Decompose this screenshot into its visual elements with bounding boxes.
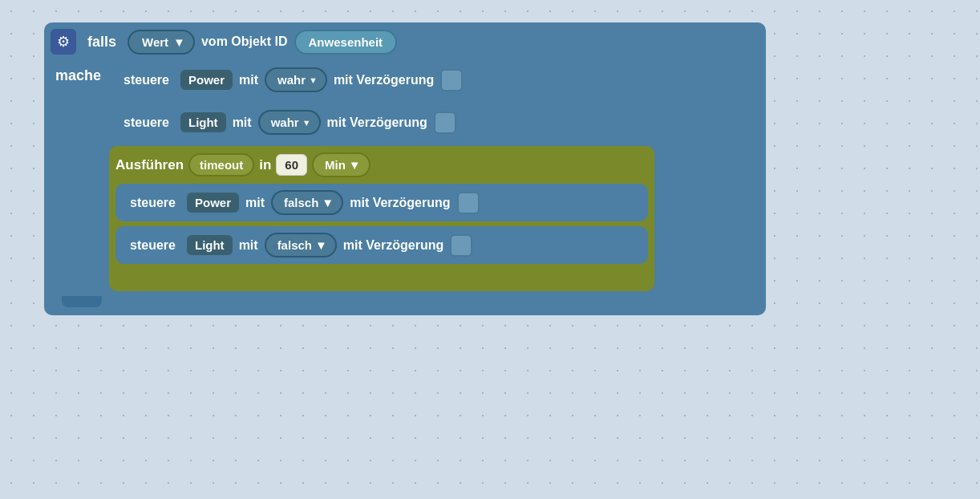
mit-verzogerung-4-label: mit Verzögerung [343,238,443,253]
mit-4-label: mit [239,238,258,253]
olive-footer [115,270,648,285]
falls-header: ⚙ falls Wert ▼ vom Objekt ID Anwesenheit [51,29,759,58]
wahr-2-dropdown[interactable]: wahr ▼ [258,110,321,135]
wahr-2-arrow-icon: ▼ [302,118,311,128]
light-1-pill: Light [180,112,226,132]
vom-label: vom Objekt ID [201,34,288,49]
mit-verzogerung-2-label: mit Verzögerung [327,116,427,130]
number-value: 60 [285,158,298,172]
wert-arrow-icon: ▼ [173,35,185,49]
falsch-1-value: falsch [284,196,318,209]
power-2-label: Power [195,196,231,209]
steuere-light-2-block: steuere Light mit falsch ▼ mit Verzögeru… [115,226,648,264]
mache-content: steuere Power mit wahr ▼ mit Verzögerung… [109,61,759,291]
gear-icon: ⚙ [51,29,76,55]
in-label: in [259,157,271,173]
mache-label: mache [51,66,106,86]
mache-section: mache steuere Power mit wahr ▼ mit Verzö… [51,61,759,291]
mit-verzogerung-3-label: mit Verzögerung [350,196,450,210]
falsch-2-dropdown[interactable]: falsch ▼ [265,233,337,258]
unit-value: Min [325,158,346,172]
ausfuhren-header: Ausführen timeout in 60 Min ▼ [115,152,648,177]
light-2-label: Light [195,238,225,252]
wahr-1-arrow-icon: ▼ [309,75,318,85]
wert-dropdown[interactable]: Wert ▼ [128,30,195,55]
steuere-4-label: steuere [125,237,180,254]
mache-label-col: mache [51,61,109,291]
mit-1-label: mit [239,73,258,87]
steuere-power-2-block: steuere Power mit falsch ▼ mit Verzögeru… [115,184,648,221]
falsch-1-dropdown[interactable]: falsch ▼ [271,190,343,215]
bottom-notch [62,296,102,307]
wahr-1-value: wahr [277,73,306,87]
wert-label: Wert [142,35,168,49]
steuere-1-label: steuere [119,71,174,89]
steuere-power-1-block: steuere Power mit wahr ▼ mit Verzögerung [109,61,759,99]
wahr-1-dropdown[interactable]: wahr ▼ [265,67,327,92]
steuere-3-label: steuere [125,194,180,212]
wahr-2-value: wahr [271,116,299,129]
mit-3-label: mit [245,196,265,210]
number-pill: 60 [276,154,307,176]
light-2-pill: Light [187,235,233,255]
delay-btn-3[interactable] [457,192,480,214]
timeout-pill: timeout [188,153,254,176]
unit-arrow-icon: ▼ [349,158,361,172]
falsch-2-arrow-icon: ▼ [315,238,327,252]
ausfuhren-block: Ausführen timeout in 60 Min ▼ [109,146,654,291]
falls-block: ⚙ falls Wert ▼ vom Objekt ID Anwesenheit… [44,22,766,315]
anwesenheit-label: Anwesenheit [309,35,383,49]
power-2-pill: Power [187,193,239,213]
anwesenheit-pill: Anwesenheit [294,30,398,55]
ausfuhren-label: Ausführen [115,157,184,173]
delay-btn-4[interactable] [450,234,472,257]
light-1-label: Light [188,116,218,129]
falsch-1-arrow-icon: ▼ [322,196,334,209]
falsch-2-value: falsch [277,238,312,252]
power-1-label: Power [188,73,225,87]
steuere-2-label: steuere [119,114,174,132]
unit-dropdown[interactable]: Min ▼ [312,152,371,177]
delay-btn-2[interactable] [434,112,456,134]
falls-label: falls [83,32,121,52]
power-1-pill: Power [180,70,233,90]
bottom-area [51,294,759,309]
main-block-container: ⚙ falls Wert ▼ vom Objekt ID Anwesenheit… [44,22,766,315]
timeout-label: timeout [200,158,243,172]
mit-2-label: mit [233,116,252,130]
mit-verzogerung-1-label: mit Verzögerung [334,73,434,87]
delay-btn-1[interactable] [440,69,463,91]
steuere-light-1-block: steuere Light mit wahr ▼ mit Verzögerung [109,103,759,141]
